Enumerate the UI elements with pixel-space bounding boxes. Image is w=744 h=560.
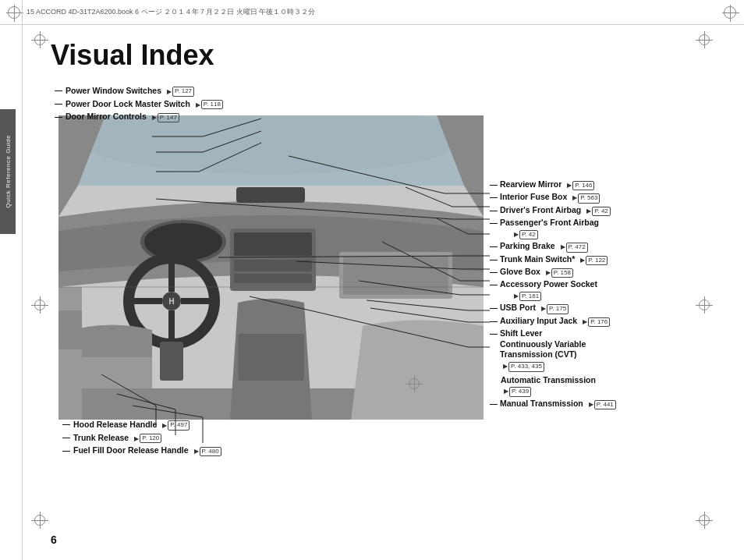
label-fuel-fill-door: Fuel Fill Door Release Handle ▶ P. 480 [62, 445, 452, 456]
mid-target-ml [31, 296, 48, 314]
svg-rect-6 [234, 260, 312, 271]
label-text: Power Window Switches ▶ P. 127 [66, 86, 194, 97]
label-manual-transmission: Manual Transmission ▶ P. 441 [490, 399, 732, 409]
label-shift-lever-cvt: Shift Lever Continuously Variable Transm… [490, 328, 732, 371]
header-bar: 15 ACCORD 4D-31T2A6200.book 6 ページ ２０１４年７… [0, 0, 744, 25]
car-interior-svg: H [58, 115, 484, 420]
svg-rect-19 [236, 187, 305, 203]
left-labels-block: Power Window Switches ▶ P. 127 Power Doo… [55, 86, 253, 125]
corner-target-tr [696, 31, 713, 48]
svg-rect-18 [343, 256, 448, 295]
label-text: Power Door Lock Master Switch ▶ P. 118 [66, 99, 223, 110]
label-trunk-main-switch: Trunk Main Switch* ▶ P. 122 [490, 254, 732, 265]
svg-rect-5 [234, 232, 312, 256]
label-hood-release-handle: Hood Release Handle ▶ P. 497 [62, 420, 452, 431]
mid-target-mr [696, 296, 713, 314]
label-power-window-switches: Power Window Switches ▶ P. 127 [55, 86, 253, 97]
label-passengers-airbag: Passenger's Front Airbag ▶ P. 42 [490, 218, 732, 239]
sidebar-line [22, 0, 23, 560]
label-text: Fuel Fill Door Release Handle ▶ P. 480 [73, 445, 221, 456]
svg-rect-21 [58, 310, 82, 349]
svg-text:H: H [168, 297, 174, 306]
label-text: Hood Release Handle ▶ P. 497 [73, 420, 190, 431]
corner-target-br [696, 512, 713, 529]
label-auxiliary-input-jack: Auxiliary Input Jack ▶ P. 176 [490, 316, 732, 327]
label-power-door-lock: Power Door Lock Master Switch ▶ P. 118 [55, 99, 253, 110]
right-labels-block: Rearview Mirror ▶ P. 146 Interior Fuse B… [490, 179, 732, 411]
svg-rect-14 [160, 342, 183, 381]
label-text: Door Mirror Controls ▶ P. 147 [66, 112, 179, 122]
sidebar-tab: Quick Reference Guide [0, 109, 16, 234]
corner-target-bl [31, 512, 48, 529]
label-drivers-airbag: Driver's Front Airbag ▶ P. 42 [490, 205, 732, 216]
car-image: H [58, 115, 484, 420]
mid-target-bc [406, 375, 423, 392]
label-text: Trunk Release ▶ P. 120 [73, 433, 161, 444]
label-parking-brake: Parking Brake ▶ P. 472 [490, 241, 732, 252]
label-rearview-mirror: Rearview Mirror ▶ P. 146 [490, 179, 732, 190]
page-number: 6 [51, 533, 57, 546]
label-trunk-release: Trunk Release ▶ P. 120 [62, 433, 452, 444]
header-text: 15 ACCORD 4D-31T2A6200.book 6 ページ ２０１４年７… [27, 7, 315, 17]
label-glove-box: Glove Box ▶ P. 158 [490, 267, 732, 278]
page-title: Visual Index [51, 39, 214, 72]
header-deco-right [724, 6, 736, 19]
svg-rect-20 [58, 287, 82, 420]
sidebar-label: Quick Reference Guide [5, 135, 12, 208]
header-deco-left [8, 6, 20, 19]
bottom-labels-block: Hood Release Handle ▶ P. 497 Trunk Relea… [62, 420, 452, 459]
label-interior-fuse-box: Interior Fuse Box ▶ P. 563 [490, 192, 732, 203]
corner-target-tl [31, 31, 48, 48]
label-door-mirror-controls: Door Mirror Controls ▶ P. 147 [55, 112, 253, 122]
svg-rect-16 [238, 334, 304, 381]
label-automatic-transmission: Automatic Transmission ▶ P. 439 [490, 375, 732, 397]
svg-rect-7 [234, 274, 312, 283]
